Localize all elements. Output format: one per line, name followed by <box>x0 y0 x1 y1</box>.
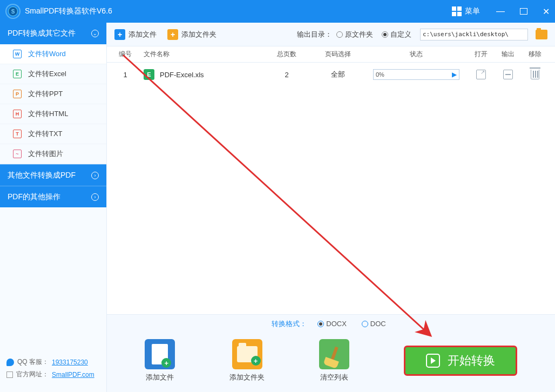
maximize-button[interactable] <box>520 8 527 15</box>
delete-button[interactable] <box>531 70 539 79</box>
file-name: PDF-Excel.xls <box>160 71 204 79</box>
app-logo: S <box>5 4 21 19</box>
cell-pages: 2 <box>262 71 311 79</box>
action-label: 添加文件夹 <box>229 373 265 382</box>
cell-status: 0%▶ <box>365 69 468 80</box>
toolbar-label: 添加文件 <box>128 30 157 39</box>
content: +添加文件 +添加文件夹 输出目录： 原文件夹 自定义 编号 文件名称 总页数 … <box>107 23 555 392</box>
action-label: 清空列表 <box>320 373 348 382</box>
radio-label: DOCX <box>326 320 347 328</box>
sidebar-item-label: 文件转PPT <box>28 89 63 99</box>
format-label: 转换格式： <box>272 319 307 329</box>
th-status: 状态 <box>365 50 468 59</box>
output-path-input[interactable] <box>420 29 528 40</box>
open-button[interactable] <box>476 70 486 79</box>
sidebar-footer: QQ 客服：1933175230 官方网址：SmallPDF.com <box>0 352 106 392</box>
qq-link[interactable]: 1933175230 <box>52 359 88 366</box>
format-bar: 转换格式： DOCX DOC <box>107 314 555 333</box>
add-file-icon <box>145 339 175 369</box>
sidebar-item-label: 文件转Excel <box>28 69 66 79</box>
chevron-right-icon: › <box>91 193 99 201</box>
excel-file-icon: E <box>144 69 154 80</box>
output-button[interactable] <box>503 70 513 79</box>
start-convert-button[interactable]: 开始转换 <box>404 346 517 376</box>
th-name: 文件名称 <box>138 50 262 59</box>
table-row[interactable]: 1 EPDF-Excel.xls 2 全部 0%▶ <box>107 63 555 86</box>
menu-button[interactable]: 菜单 <box>452 6 480 16</box>
menu-grid-icon <box>452 6 462 16</box>
cell-name: EPDF-Excel.xls <box>138 69 262 80</box>
output-label: 输出目录： <box>297 30 332 39</box>
chevron-right-icon: › <box>91 172 99 179</box>
toolbar-add-file[interactable]: +添加文件 <box>114 29 157 40</box>
group-label: PDF转换成其它文件 <box>8 29 76 38</box>
toolbar: +添加文件 +添加文件夹 输出目录： 原文件夹 自定义 <box>107 23 555 46</box>
play-icon: ▶ <box>452 71 457 78</box>
window-controls: — ✕ <box>496 6 550 17</box>
sidebar-item-label: 文件转TXT <box>28 129 63 139</box>
sidebar: PDF转换成其它文件 ⌄ W文件转Word E文件转Excel P文件转PPT … <box>0 23 107 392</box>
sidebar-item-txt[interactable]: T文件转TXT <box>0 124 106 144</box>
site-link[interactable]: SmallPDF.com <box>52 371 94 379</box>
toolbar-label: 添加文件夹 <box>181 30 216 39</box>
chevron-down-icon: ⌄ <box>91 30 99 37</box>
radio-label: 自定义 <box>390 30 411 39</box>
sidebar-item-label: 文件转HTML <box>28 109 68 119</box>
minimize-button[interactable]: — <box>496 6 505 16</box>
group-label: 其他文件转换成PDF <box>8 171 76 180</box>
sidebar-group-pdf-other-ops[interactable]: PDF的其他操作 › <box>0 186 106 207</box>
th-pages: 总页数 <box>262 50 311 59</box>
titlebar: S SmallPDF转换器软件V6.6 菜单 — ✕ <box>0 0 555 23</box>
action-label: 添加文件 <box>146 373 174 382</box>
sidebar-group-pdf-to-other[interactable]: PDF转换成其它文件 ⌄ <box>0 23 106 44</box>
th-out: 输出 <box>495 50 522 59</box>
broom-icon <box>319 339 349 369</box>
plus-icon: + <box>114 29 125 40</box>
sidebar-item-image[interactable]: ~文件转图片 <box>0 144 106 164</box>
action-clear-list[interactable]: 清空列表 <box>319 339 349 382</box>
sidebar-item-word[interactable]: W文件转Word <box>0 44 106 64</box>
qq-icon <box>6 359 14 366</box>
browse-folder-button[interactable] <box>536 30 547 39</box>
action-bar: 添加文件 添加文件夹 清空列表 开始转换 <box>107 333 555 392</box>
th-open: 打开 <box>468 50 495 59</box>
sidebar-item-label: 文件转图片 <box>28 149 63 159</box>
radio-label: 原文件夹 <box>345 30 373 39</box>
toolbar-add-folder[interactable]: +添加文件夹 <box>167 29 216 40</box>
sidebar-item-html[interactable]: H文件转HTML <box>0 104 106 124</box>
home-icon <box>6 371 13 378</box>
radio-original-folder[interactable]: 原文件夹 <box>336 30 373 39</box>
radio-docx[interactable]: DOCX <box>317 320 347 328</box>
radio-label: DOC <box>370 320 386 328</box>
plus-icon: + <box>167 29 178 40</box>
th-del: 移除 <box>522 50 549 59</box>
group-label: PDF的其他操作 <box>8 192 60 202</box>
sidebar-item-label: 文件转Word <box>28 49 66 59</box>
progress-value: 0% <box>376 71 384 78</box>
th-idx: 编号 <box>112 50 138 59</box>
close-button[interactable]: ✕ <box>543 6 550 17</box>
menu-label: 菜单 <box>465 6 480 16</box>
th-sel: 页码选择 <box>311 50 365 59</box>
play-icon <box>426 354 440 368</box>
qq-label: QQ 客服： <box>17 357 49 367</box>
action-add-file[interactable]: 添加文件 <box>145 339 175 382</box>
sidebar-item-ppt[interactable]: P文件转PPT <box>0 84 106 104</box>
file-list: 1 EPDF-Excel.xls 2 全部 0%▶ <box>107 63 555 314</box>
progress-bar[interactable]: 0%▶ <box>373 69 459 80</box>
site-label: 官方网址： <box>16 370 49 379</box>
radio-custom-folder[interactable]: 自定义 <box>382 30 411 39</box>
add-folder-icon <box>232 339 262 369</box>
app-title: SmallPDF转换器软件V6.6 <box>25 6 452 16</box>
sidebar-group-other-to-pdf[interactable]: 其他文件转换成PDF › <box>0 164 106 186</box>
table-header: 编号 文件名称 总页数 页码选择 状态 打开 输出 移除 <box>107 46 555 63</box>
cell-idx: 1 <box>112 71 138 79</box>
radio-doc[interactable]: DOC <box>362 320 386 328</box>
cell-page-select[interactable]: 全部 <box>311 70 365 79</box>
start-label: 开始转换 <box>448 353 495 369</box>
sidebar-item-excel[interactable]: E文件转Excel <box>0 64 106 84</box>
action-add-folder[interactable]: 添加文件夹 <box>229 339 265 382</box>
